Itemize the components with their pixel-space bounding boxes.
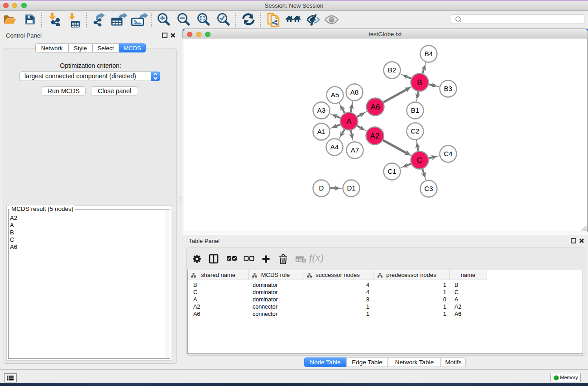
- svg-text:A7: A7: [351, 146, 359, 154]
- svg-text:C4: C4: [444, 150, 452, 157]
- svg-text:A3: A3: [317, 106, 325, 114]
- svg-text:C2: C2: [411, 127, 419, 135]
- svg-text:A6: A6: [371, 103, 380, 111]
- svg-text:A4: A4: [330, 143, 339, 151]
- svg-text:A1: A1: [317, 128, 325, 135]
- svg-text:A2: A2: [370, 132, 380, 140]
- svg-text:B4: B4: [425, 50, 433, 57]
- svg-text:A: A: [346, 117, 352, 126]
- svg-text:B2: B2: [388, 66, 396, 74]
- svg-text:B1: B1: [411, 106, 419, 114]
- svg-text:C3: C3: [424, 185, 433, 192]
- svg-text:B: B: [417, 78, 422, 87]
- svg-text:D1: D1: [347, 184, 355, 192]
- svg-text:C1: C1: [387, 167, 396, 175]
- svg-text:B3: B3: [444, 85, 452, 92]
- svg-text:A5: A5: [331, 91, 339, 99]
- svg-text:A8: A8: [350, 88, 359, 96]
- svg-text:C: C: [417, 156, 422, 165]
- svg-text:D: D: [319, 184, 324, 192]
